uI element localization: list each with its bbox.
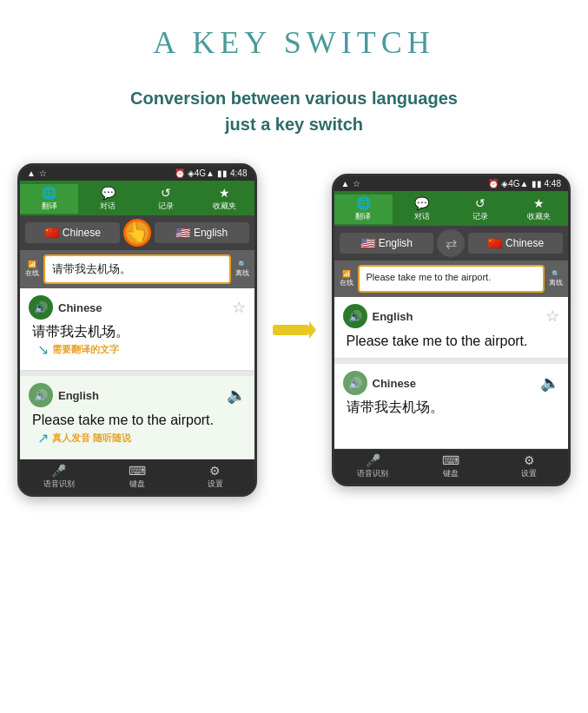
- lang-row-right: 🇺🇸 English ⇄ 🇨🇳 Chinese: [334, 226, 569, 261]
- tab-bar-right: 🌐 翻译 💬 对话 ↺ 记录 ★ 收藏夹: [334, 191, 569, 226]
- star-icon: ★: [219, 186, 230, 200]
- history-icon-right: ↺: [475, 196, 486, 210]
- phone-left: ▲ ☆ ⏰ ◈4G▲ ▮▮ 4:48 🌐 翻译 💬 对话 ↺ 记录: [17, 163, 257, 497]
- tab-favorites-right[interactable]: ★ 收藏夹: [510, 195, 568, 224]
- bottom-nav-left: 🎤 语音识别 ⌨ 键盘 ⚙ 设置: [20, 459, 254, 494]
- result-block-source-right: 🔊 English ☆ Please take me to the airpor…: [334, 297, 569, 359]
- lang-btn-chinese-left[interactable]: 🇨🇳 Chinese: [25, 222, 120, 243]
- star-btn-source-right[interactable]: ☆: [545, 307, 559, 326]
- bottom-nav-right: 🎤 语音识别 ⌨ 键盘 ⚙ 设置: [334, 449, 569, 484]
- wifi-icon-right: 📶 在线: [340, 270, 353, 287]
- phones-container: ▲ ☆ ⏰ ◈4G▲ ▮▮ 4:48 🌐 翻译 💬 对话 ↺ 记录: [0, 163, 588, 523]
- flag-cn-left: 🇨🇳: [44, 226, 59, 240]
- keyboard-icon-left: ⌨: [129, 464, 146, 478]
- speaker-icon-source-left[interactable]: 🔊: [29, 295, 53, 320]
- chat-icon-right: 💬: [414, 196, 429, 210]
- tab-favorites-left[interactable]: ★ 收藏夹: [195, 184, 254, 214]
- gear-icon-right: ⚙: [524, 453, 535, 467]
- phone-right: ▲ ☆ ⏰ ◈4G▲ ▮▮ 4:48 🌐 翻译 💬 对话 ↺ 记录: [332, 174, 571, 486]
- tab-dialog-right[interactable]: 💬 对话: [393, 195, 451, 224]
- status-bar-right: ▲ ☆ ⏰ ◈4G▲ ▮▮ 4:48: [334, 176, 569, 191]
- flag-cn-right: 🇨🇳: [487, 236, 502, 250]
- page-subtitle: Conversion between various languages jus…: [0, 69, 588, 163]
- lang-btn-english-right[interactable]: 🇺🇸 English: [340, 233, 434, 254]
- input-box-right[interactable]: Please take me to the airport.: [358, 265, 545, 293]
- svg-marker-2: [309, 321, 316, 339]
- tab-translate-left[interactable]: 🌐 翻译: [20, 184, 78, 214]
- keyboard-icon-right: ⌨: [442, 453, 459, 467]
- chat-icon: 💬: [101, 186, 116, 200]
- speaker-icon-source-right[interactable]: 🔊: [343, 304, 367, 328]
- bottom-nav-settings-left[interactable]: ⚙ 设置: [176, 464, 254, 490]
- volume-btn-target-right[interactable]: 🔈: [540, 373, 559, 393]
- page-title: A KEY SWITCH: [0, 0, 588, 69]
- svg-rect-1: [273, 325, 309, 335]
- wifi-icon-left: 📶 在线: [25, 261, 39, 278]
- swap-arrow: [273, 318, 316, 342]
- results-area-left: 🔊 Chinese ☆ 请带我去机场。 ↘ 需要翻译的文字 🔊 English …: [20, 288, 254, 459]
- result-block-target-right: 🔊 Chinese 🔈 请带我去机场。: [334, 364, 569, 449]
- status-bar-left: ▲ ☆ ⏰ ◈4G▲ ▮▮ 4:48: [20, 166, 254, 181]
- input-row-right: 📶 在线 Please take me to the airport. 🔍 离线: [334, 261, 569, 297]
- tab-bar-left: 🌐 翻译 💬 对话 ↺ 记录 ★ 收藏夹: [20, 181, 254, 215]
- bottom-nav-speech-right[interactable]: 🎤 语音识别: [334, 453, 413, 479]
- input-row-left: 📶 在线 请带我去机场。 🔍 离线: [20, 250, 254, 288]
- tab-dialog-left[interactable]: 💬 对话: [78, 184, 136, 214]
- bottom-nav-keyboard-right[interactable]: ⌨ 键盘: [412, 453, 490, 479]
- annotation-translate: ↘ 需要翻译的文字: [29, 341, 246, 363]
- bottom-nav-speech-left[interactable]: 🎤 语音识别: [20, 464, 98, 490]
- finger-cursor: 👆: [125, 221, 149, 243]
- lang-row-left: 🇨🇳 Chinese ⇄ 👆 🇺🇸 English: [20, 215, 254, 250]
- mic-icon-left: 🎤: [51, 464, 66, 478]
- volume-btn-target-left[interactable]: 🔈: [227, 386, 246, 405]
- star-icon-right: ★: [533, 196, 545, 210]
- bottom-nav-keyboard-left[interactable]: ⌨ 键盘: [98, 464, 176, 490]
- mic-icon-right: 🎤: [366, 453, 380, 467]
- lang-btn-english-left[interactable]: 🇺🇸 English: [155, 222, 249, 243]
- results-area-right: 🔊 English ☆ Please take me to the airpor…: [334, 297, 569, 449]
- flag-us-right: 🇺🇸: [360, 236, 375, 250]
- flag-us-left: 🇺🇸: [175, 226, 190, 240]
- tab-translate-right[interactable]: 🌐 翻译: [334, 195, 393, 224]
- globe-icon: 🌐: [42, 186, 56, 200]
- swap-btn-right[interactable]: ⇄: [437, 229, 465, 257]
- tab-history-left[interactable]: ↺ 记录: [137, 184, 195, 214]
- search-icon-right[interactable]: 🔍 离线: [549, 270, 563, 287]
- result-block-source-left: 🔊 Chinese ☆ 请带我去机场。 ↘ 需要翻译的文字: [20, 288, 254, 371]
- star-btn-source-left[interactable]: ☆: [232, 298, 246, 317]
- history-icon: ↺: [161, 186, 171, 200]
- input-box-left[interactable]: 请带我去机场。: [43, 254, 231, 284]
- search-icon-left[interactable]: 🔍 离线: [235, 261, 249, 278]
- speaker-icon-target-left[interactable]: 🔊: [29, 383, 53, 407]
- result-block-target-left: 🔊 English 🔈 Please take me to the airpor…: [20, 376, 254, 459]
- bottom-nav-settings-right[interactable]: ⚙ 设置: [490, 453, 568, 479]
- speaker-icon-target-right[interactable]: 🔊: [343, 371, 367, 395]
- globe-icon-right: 🌐: [356, 196, 371, 210]
- gear-icon-left: ⚙: [209, 464, 221, 478]
- lang-btn-chinese-right[interactable]: 🇨🇳 Chinese: [468, 233, 563, 254]
- tab-history-right[interactable]: ↺ 记录: [451, 195, 509, 224]
- annotation-speak: ↗ 真人发音 随听随说: [29, 430, 246, 452]
